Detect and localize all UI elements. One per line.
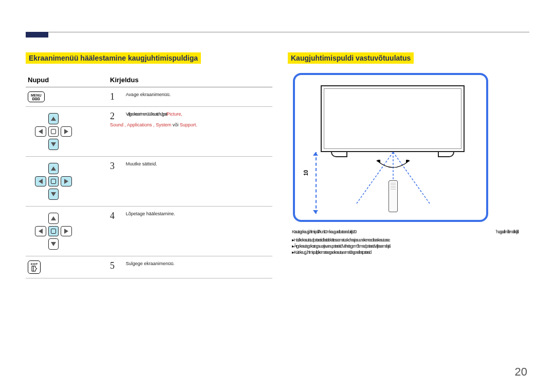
- dpad-center-icon: [48, 126, 59, 137]
- exit-label: EXIT: [31, 263, 38, 266]
- right-heading: Kaugjuhtimispuldi vastuvõtuulatus: [288, 52, 414, 64]
- angle-arc-icon: [376, 160, 410, 172]
- table-row: 4 Lõpetage häälestamine.: [26, 207, 272, 256]
- exit-button-icon: EXIT: [28, 260, 41, 274]
- table-row: EXIT 5 Sulgege ekraanimenüü.: [26, 256, 272, 278]
- distance-bracket-icon: [312, 152, 320, 214]
- page-number: 20: [515, 365, 527, 379]
- dpad-left-icon: [35, 126, 46, 137]
- table-row: 2 Valige ekraanimenüü üksuste hulgast Pi…: [26, 107, 272, 157]
- main-note: Kasutage kaugjuhtimispulti 7 kuni 10 m k…: [292, 229, 518, 234]
- exit-arrow-icon: [31, 266, 38, 272]
- step-desc: Sulgege ekraanimenüü.: [126, 261, 175, 266]
- step-desc: Avage ekraanimenüü.: [126, 92, 171, 97]
- dpad-right-icon: [61, 226, 72, 236]
- dpad-up-icon: [48, 213, 59, 224]
- remote-icon: [388, 180, 398, 212]
- notes-block: Kasutage kaugjuhtimispulti 7 kuni 10 m k…: [292, 229, 518, 255]
- dpad-right-icon: [61, 126, 72, 137]
- note-left: Kasutage kaugjuhtimispulti 7 kuni 10 m k…: [292, 229, 356, 234]
- dpad-center-icon: [48, 226, 59, 236]
- svg-marker-4: [406, 160, 410, 163]
- dpad-up-icon: [48, 113, 59, 124]
- step-desc: Muutke sätteid.: [126, 161, 157, 166]
- left-column: Ekraanimenüü häälestamine kaugjuhtimispu…: [26, 52, 272, 278]
- left-heading: Ekraanimenüü häälestamine kaugjuhtimispu…: [26, 52, 201, 64]
- th-description: Kirjeldus: [108, 73, 272, 87]
- note-right: ° nurga all mõlemalt küljelt.: [495, 229, 518, 234]
- right-column: Kaugjuhtimispuldi vastuvõtuulatus 10: [288, 52, 529, 256]
- list-item: Hoidke kasutatud patareisid lastele kätt…: [292, 237, 518, 242]
- menu-label: MENU: [31, 94, 42, 97]
- table-row: 3 Muutke sätteid.: [26, 157, 272, 207]
- reception-range-diagram: 10: [293, 73, 488, 222]
- top-rule: [26, 32, 529, 32]
- step-desc: Lõpetage häälestamine.: [126, 211, 175, 216]
- dpad-icon: [28, 211, 79, 252]
- menu-button-icon: MENU: [28, 91, 45, 102]
- dpad-down-icon: [48, 189, 59, 200]
- dpad-center-icon: [48, 176, 59, 186]
- dpad-up-icon: [48, 163, 59, 174]
- manual-page: Ekraanimenüü häälestamine kaugjuhtimispu…: [0, 0, 555, 392]
- dpad-down-icon: [48, 139, 59, 150]
- dpad-right-icon: [61, 176, 72, 186]
- table-row: MENU 1 Avage ekraanimenüü.: [26, 87, 272, 107]
- dpad-left-icon: [35, 176, 46, 186]
- dpad-icon: [28, 161, 79, 202]
- step-number: 2: [110, 111, 124, 122]
- distance-label: 10: [303, 170, 309, 176]
- list-item: Kui te kaugjuhtimispulti pikemat aega ei…: [292, 250, 518, 255]
- note-bullet-list: Hoidke kasutatud patareisid lastele kätt…: [292, 237, 518, 255]
- dpad-left-icon: [35, 226, 46, 236]
- step-number: 4: [110, 211, 124, 221]
- step-number: 5: [110, 260, 124, 271]
- step-number: 1: [110, 91, 124, 102]
- dpad-icon: [28, 111, 79, 152]
- th-buttons: Nupud: [26, 73, 108, 87]
- step-number: 3: [110, 161, 124, 172]
- tab-accent: [26, 32, 48, 38]
- procedure-table: Nupud Kirjeldus MENU 1 Avage ekraanim: [26, 73, 272, 278]
- list-item: Ärge kasutage korraga uusi ja vanu patar…: [292, 244, 518, 249]
- svg-marker-3: [376, 160, 380, 163]
- dpad-down-icon: [48, 238, 59, 250]
